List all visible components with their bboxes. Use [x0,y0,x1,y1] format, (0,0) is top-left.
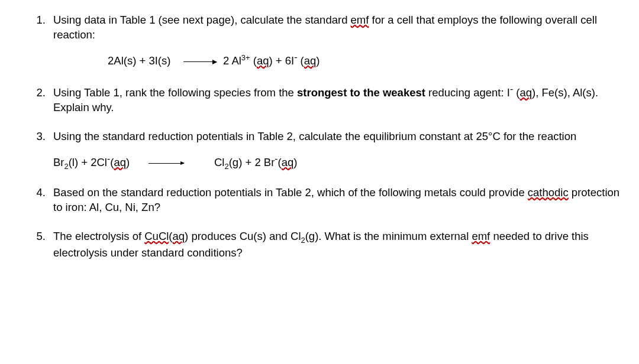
question-3: Using the standard reduction potentials … [49,129,621,171]
spellcheck-aq: aq [173,230,185,243]
q3-equation: Br2(l) + 2Cl-(aq) Cl2(g) + 2 Br-(aq) [53,152,621,171]
spellcheck-aq: aq [114,156,126,169]
reaction-arrow-icon [183,61,217,62]
spellcheck-aq: aq [519,86,532,99]
question-list: Using data in Table 1 (see next page), c… [18,13,621,261]
spellcheck-aq: aq [304,54,317,67]
question-2: Using Table 1, rank the following specie… [49,83,621,115]
q1-equation: 2Al(s) + 3I(s) 2 Al3+ (aq) + 6I- (aq) [108,51,621,69]
spellcheck-aq: aq [257,54,269,67]
reaction-arrow-icon [149,163,184,164]
question-5: The electrolysis of CuCl(aq) produces Cu… [49,229,621,260]
question-4: Based on the standard reduction potentia… [49,186,621,215]
q1-text: Using data in Table 1 (see next page), c… [53,14,597,41]
spellcheck-emf: emf [351,14,369,27]
question-1: Using data in Table 1 (see next page), c… [49,13,621,69]
spellcheck-cucl: CuCl [144,230,169,243]
q3-text: Using the standard reduction potentials … [53,130,576,142]
spellcheck-cathodic: cathodic [528,186,569,199]
q2-text: Using Table 1, rank the following specie… [53,86,598,113]
spellcheck-aq: aq [282,156,294,169]
q4-text: Based on the standard reduction potentia… [53,186,619,213]
q5-text: The electrolysis of CuCl(aq) produces Cu… [53,230,589,258]
spellcheck-emf: emf [472,230,490,243]
